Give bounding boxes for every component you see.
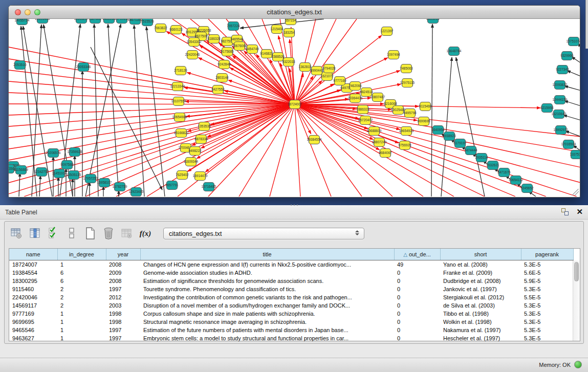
network-node[interactable]: 16958107: [97, 179, 112, 187]
column-header-pagerank[interactable]: pagerank: [521, 249, 573, 260]
table-cell[interactable]: 2003: [106, 301, 140, 310]
network-node[interactable]: 22420046: [185, 51, 200, 59]
network-node[interactable]: 10107554: [171, 97, 186, 106]
table-cell[interactable]: 2008: [106, 277, 140, 285]
network-node[interactable]: 9657791: [165, 181, 179, 190]
table-cell[interactable]: Tourette syndrome. Phenomenology and cla…: [140, 285, 394, 293]
network-node[interactable]: 14055724: [15, 19, 30, 25]
table-cell[interactable]: 5.3E-5: [521, 326, 573, 334]
table-cell[interactable]: 2012: [106, 293, 140, 301]
table-row[interactable]: 969969511998Structural magnetic resonanc…: [9, 318, 573, 326]
table-cell[interactable]: 22420046: [9, 293, 57, 301]
attribute-table[interactable]: namein_degreeyeartitle△out_de...shortpag…: [9, 248, 580, 341]
network-node[interactable]: 20053346: [76, 63, 91, 72]
network-node[interactable]: 1215404: [270, 25, 284, 34]
table-cell[interactable]: Wolkin et al. (1998): [440, 318, 521, 326]
network-node[interactable]: 8471676: [497, 168, 511, 177]
table-cell[interactable]: Estimation of the future numbers of pati…: [140, 326, 394, 334]
network-node[interactable]: 7663822: [154, 24, 167, 33]
new-column-icon[interactable]: [82, 226, 98, 241]
table-cell[interactable]: 2: [57, 293, 106, 301]
table-cell[interactable]: 5.3E-5: [521, 301, 573, 310]
vertical-scrollbar[interactable]: [573, 260, 580, 341]
network-node[interactable]: 2935114: [475, 154, 488, 162]
network-window-titlebar[interactable]: citations_edges.txt: [9, 6, 580, 19]
network-node[interactable]: 20364436: [348, 94, 363, 103]
table-cell[interactable]: Genome-wide association studies in ADHD.: [140, 269, 394, 277]
table-cell[interactable]: Investigating the contribution of common…: [140, 293, 394, 301]
window-resize-grip[interactable]: [572, 189, 579, 195]
table-cell[interactable]: 6: [57, 269, 106, 277]
network-node[interactable]: 10719155: [115, 19, 129, 24]
network-node[interactable]: 7515526: [141, 19, 154, 26]
network-node[interactable]: 7462066: [349, 82, 362, 91]
table-cell[interactable]: 0: [394, 301, 440, 310]
table-cell[interactable]: 1: [57, 310, 106, 318]
column-header-name[interactable]: name: [9, 249, 57, 260]
table-cell[interactable]: Estimation of significance thresholds fo…: [140, 277, 394, 285]
network-node[interactable]: 6179197: [453, 139, 467, 148]
table-cell[interactable]: Nakamura et al. (1997): [440, 326, 521, 334]
network-node[interactable]: 15720407: [358, 116, 373, 125]
table-cell[interactable]: 9777169: [9, 310, 57, 318]
table-cell[interactable]: 9115460: [9, 285, 57, 293]
table-cell[interactable]: Dudbridge et al. (2008): [440, 277, 521, 285]
network-node[interactable]: 7625402: [176, 171, 189, 180]
table-cell[interactable]: 5.3E-5: [521, 310, 573, 318]
table-cell[interactable]: Disruption of a novel member of a sodium…: [140, 301, 394, 310]
table-cell[interactable]: 5.3E-5: [521, 260, 573, 269]
network-node[interactable]: 16648784: [447, 47, 462, 56]
table-cell[interactable]: Franke et al. (2009): [440, 269, 521, 277]
network-node[interactable]: 1097494: [387, 51, 400, 59]
table-cell[interactable]: 2: [57, 285, 106, 293]
delete-column-icon[interactable]: [101, 226, 116, 241]
table-cell[interactable]: 14569117: [9, 301, 57, 310]
table-cell[interactable]: Embryonic stem cells: a model to study s…: [140, 334, 394, 342]
table-row[interactable]: 911546021997Tourette syndrome. Phenomeno…: [9, 285, 573, 293]
network-node[interactable]: 1362815: [298, 63, 312, 72]
table-cell[interactable]: 5.6E-5: [521, 269, 573, 277]
table-cell[interactable]: 1998: [106, 310, 140, 318]
network-node[interactable]: 9097588: [60, 161, 74, 169]
table-cell[interactable]: 1: [57, 318, 106, 326]
minimize-window-button[interactable]: [25, 9, 31, 15]
network-node[interactable]: 9684067: [379, 149, 392, 158]
network-node[interactable]: 2053510: [13, 61, 27, 70]
network-node[interactable]: 1353535: [198, 122, 211, 131]
table-row[interactable]: 1830029562008Estimation of significance …: [9, 277, 573, 285]
network-view-window[interactable]: citations_edges.txt 14055724206914061055…: [8, 5, 580, 198]
table-cell[interactable]: Stergiakouli et al. (2012): [440, 293, 521, 301]
network-node[interactable]: 7957224: [227, 22, 240, 31]
network-node[interactable]: 19654923: [399, 127, 414, 136]
network-node[interactable]: 17957253: [83, 174, 98, 183]
network-node[interactable]: 8427552: [211, 85, 225, 94]
table-cell[interactable]: 1998: [106, 318, 140, 326]
network-node[interactable]: 9227343: [556, 65, 569, 74]
column-header-out_de[interactable]: △out_de...: [394, 249, 440, 260]
scrollbar-thumb[interactable]: [574, 262, 579, 281]
network-node[interactable]: 18807249: [372, 138, 387, 147]
table-cell[interactable]: 0: [394, 269, 440, 277]
network-node[interactable]: 18724007: [288, 100, 302, 109]
network-node[interactable]: 9794028: [322, 64, 336, 73]
table-cell[interactable]: 1997: [106, 334, 140, 342]
table-cell[interactable]: de Silva et al. (2003): [440, 301, 521, 310]
table-row[interactable]: 1872400712008Changes of HCN gene express…: [9, 260, 573, 269]
network-node[interactable]: 12923485: [129, 188, 144, 196]
network-node[interactable]: 20206576: [46, 149, 61, 158]
network-node[interactable]: 10654985: [172, 113, 187, 122]
network-node[interactable]: 9115460: [419, 102, 432, 111]
network-node[interactable]: 11451914: [52, 169, 67, 178]
table-cell[interactable]: 0: [394, 310, 440, 318]
table-row[interactable]: 977716911998Corpus callosum shape and si…: [9, 310, 573, 318]
network-node[interactable]: 12975115: [400, 79, 415, 87]
table-cell[interactable]: 5.5E-5: [521, 293, 573, 301]
network-node[interactable]: 17359928: [68, 148, 82, 157]
table-row[interactable]: 1456911722003Disruption of a novel membe…: [9, 301, 573, 310]
network-node[interactable]: 7485063: [400, 64, 413, 73]
network-node[interactable]: 8454749: [246, 45, 259, 54]
table-row[interactable]: 946554611997Estimation of the future num…: [9, 326, 573, 334]
table-cell[interactable]: 2008: [106, 260, 140, 269]
close-panel-icon[interactable]: ✕: [576, 208, 583, 216]
network-node[interactable]: 15166822: [174, 129, 189, 138]
